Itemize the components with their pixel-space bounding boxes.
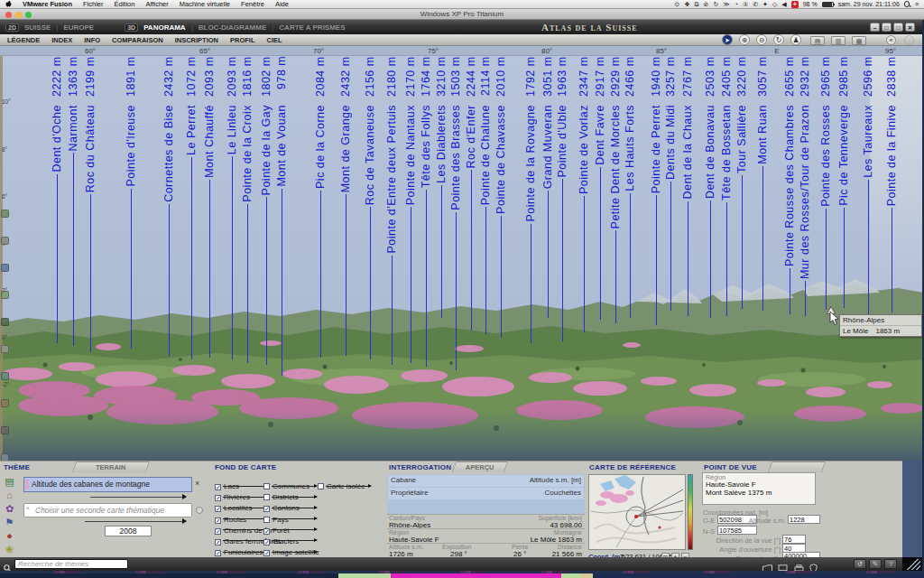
help-button[interactable]: ?: [884, 559, 897, 569]
theme-economy-icon[interactable]: ⌂: [3, 489, 16, 501]
peak-label[interactable]: 1363 mNarmont: [66, 56, 80, 346]
peak-label[interactable]: 978 mMont de Vouan: [274, 56, 289, 376]
peak-label[interactable]: 3220 mTour Sallière: [735, 56, 749, 309]
layer-for-t[interactable]: ✓Forêt: [263, 520, 319, 531]
checkbox-icon[interactable]: [318, 483, 324, 489]
task-status-icon[interactable]: ⊙: [674, 1, 679, 8]
menubar-item[interactable]: VMware Fusion: [17, 0, 78, 8]
selected-theme-field[interactable]: Altitude des cabanes de montagne: [23, 477, 192, 492]
tab-carte-a-prismes[interactable]: CARTE A PRISMES: [279, 23, 345, 32]
year-field[interactable]: 2008: [105, 526, 152, 536]
peak-label[interactable]: 2767 mDent de la Chaux: [680, 56, 695, 316]
spotlight-icon[interactable]: [904, 1, 910, 7]
peak-label[interactable]: 2596 mLes Taureaux: [861, 56, 875, 314]
do-not-disturb-icon[interactable]: ⊘: [704, 1, 709, 8]
swiss-keyboard-flag-icon[interactable]: +: [791, 1, 799, 8]
menubar-item[interactable]: Fichier: [78, 0, 109, 8]
notification-center-icon[interactable]: ≡: [915, 1, 919, 8]
reset-button[interactable]: ↺: [854, 559, 866, 569]
peak-label[interactable]: 2655 mPointe Rousse des Chambres: [782, 56, 797, 314]
bluetooth-icon[interactable]: ✦: [762, 1, 768, 8]
theme-state-icon[interactable]: ⚑: [3, 517, 16, 528]
layer-slider[interactable]: [272, 552, 317, 553]
peak-label[interactable]: 1072 mLe Perret: [184, 56, 199, 359]
tab-suisse[interactable]: SUISSE: [24, 23, 51, 32]
layout-toggle-1[interactable]: ▤: [810, 36, 825, 45]
checkbox-icon[interactable]: ✓: [263, 550, 270, 556]
second-theme-combo[interactable]: Choisir une seconde carte thématique: [23, 503, 192, 517]
direction-input[interactable]: [782, 535, 806, 544]
pointer-tool-button[interactable]: ➤: [722, 34, 733, 45]
theme-energy-icon[interactable]: ❀: [3, 544, 16, 555]
peak-label[interactable]: 2917 mDent Favre: [593, 56, 607, 320]
peak-label[interactable]: 3257 mDents du Midi: [663, 56, 678, 311]
displays-icon[interactable]: ⧉: [695, 1, 699, 8]
rotate-view-button[interactable]: ↻: [773, 34, 784, 45]
peak-label[interactable]: 2965 mPointe des Rosses: [818, 56, 833, 310]
theme-slider[interactable]: [90, 497, 186, 498]
tab-europe[interactable]: EUROPE: [63, 23, 94, 32]
layer-carte-isol-e[interactable]: Carte isolée: [318, 476, 365, 487]
peak-label[interactable]: 1816 mPointe de la Croix: [240, 56, 254, 363]
peak-label[interactable]: 2010 mPointe de Chavasse: [494, 56, 508, 338]
theme-nature-icon[interactable]: ▤: [3, 476, 16, 488]
peak-label[interactable]: 2985 mPic de Tenneverge: [836, 56, 851, 308]
spaces-icon[interactable]: ≫: [723, 1, 729, 8]
vm-status-icon[interactable]: ❖: [684, 1, 689, 8]
peak-label[interactable]: 2929 mPetite Dent de Morcles: [608, 56, 623, 323]
combo-button[interactable]: [196, 507, 203, 514]
menu-légende[interactable]: LÉGENDE: [7, 36, 40, 44]
menu-index[interactable]: INDEX: [51, 36, 72, 44]
peak-label[interactable]: 1503 mPointe des Brasses: [448, 56, 463, 370]
layer-communes[interactable]: Communes: [263, 476, 319, 487]
layer-image-satellite[interactable]: ✓Image satellite: [263, 542, 319, 553]
peak-label[interactable]: 2432 mMont de Grange: [338, 56, 353, 356]
checkbox-icon[interactable]: ✓: [215, 550, 221, 556]
remove-theme-button[interactable]: ×: [195, 479, 199, 488]
menubar-item[interactable]: Fenêtre: [236, 0, 270, 8]
peak-label[interactable]: 2084 mPic de la Corne: [313, 56, 328, 358]
peak-label[interactable]: 2093 mLe Linleu: [225, 56, 239, 359]
observer-button[interactable]: ♟: [790, 34, 801, 45]
vm-window-titlebar[interactable]: Windows XP Pro Titanium: [0, 9, 924, 20]
layer-cantons[interactable]: ✓Cantons: [263, 498, 319, 508]
peak-label[interactable]: 3057 mMont Ruan: [755, 56, 770, 311]
peak-label[interactable]: 2180 mPointe d'Entre deux Pertuis: [384, 56, 399, 365]
peak-label[interactable]: 2170 mPointe de Nantaux: [403, 56, 418, 363]
reference-map[interactable]: [588, 474, 686, 550]
peak-label[interactable]: 1963 mPointe d'Uble: [555, 56, 569, 341]
peak-label[interactable]: 2156 mRoc de Tavaneuse: [363, 56, 377, 359]
zoom-out-button[interactable]: ⊖: [756, 34, 767, 45]
peak-label[interactable]: 3051 mGrand Muveran: [541, 56, 555, 318]
volume-icon[interactable]: ◀: [781, 1, 786, 8]
layer-glaciers[interactable]: ✓Glaciers: [263, 531, 319, 542]
mode-3d-badge[interactable]: 3D: [125, 23, 138, 32]
peak-label[interactable]: 2222 mDent d'Oche: [50, 56, 64, 343]
menu-profil[interactable]: PROFIL: [230, 36, 255, 44]
peak-label[interactable]: 2199 mRoc du Château: [83, 56, 97, 352]
peak-label[interactable]: 1802 mPointe de la Gay: [259, 56, 273, 365]
altitude-input[interactable]: [788, 515, 820, 524]
peak-label[interactable]: 2244 mRoc d'Enfer: [464, 56, 478, 331]
tab-apercu[interactable]: APERÇU: [452, 461, 508, 472]
peak-label[interactable]: 2432 mCornettes de Bise: [162, 56, 176, 356]
tab-theme[interactable]: THÈME: [4, 463, 30, 471]
tab-terrain[interactable]: TERRAIN: [72, 461, 150, 472]
clock-status-icon[interactable]: ◔: [735, 1, 738, 8]
layer-districts[interactable]: Districts: [263, 487, 319, 498]
peak-label[interactable]: 2503 mDent de Bonavau: [703, 56, 717, 318]
tab-bloc-diagramme[interactable]: BLOC-DIAGRAMME: [199, 23, 267, 32]
minimize-button[interactable]: –: [870, 23, 880, 32]
menu-comparaison[interactable]: COMPARAISON: [112, 36, 163, 44]
layer-slider[interactable]: [326, 486, 371, 487]
panorama-view[interactable]: 10°8°6°4°2°0°-2°-4° 2222 mDent d'Oche136…: [0, 56, 924, 461]
menubar-clock[interactable]: sam. 29 nov. 21:11:06: [838, 1, 900, 7]
peak-label[interactable]: 2405 mTête de Bossetan: [719, 56, 734, 316]
menubar-item[interactable]: Édition: [109, 0, 141, 8]
menubar-item[interactable]: Machine virtuelle: [174, 0, 236, 8]
peak-label[interactable]: 2347 mPointe de Vorlaz: [577, 56, 591, 332]
resize-grip[interactable]: [906, 559, 920, 570]
ns-input[interactable]: [717, 526, 757, 535]
maximize-button[interactable]: □: [893, 23, 903, 32]
theme-search-input[interactable]: [14, 559, 128, 569]
